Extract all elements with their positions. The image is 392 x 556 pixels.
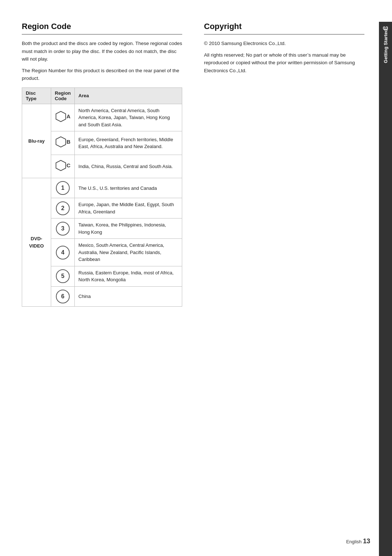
right-column: Copyright © 2010 Samsung Electronics Co.…	[197, 22, 364, 534]
region-code-title: Region Code	[22, 22, 182, 31]
section-divider-left	[22, 34, 182, 34]
region-icon-cell: C	[51, 155, 75, 178]
page-footer: English 13	[346, 537, 370, 545]
footer-page-number: 13	[363, 537, 370, 545]
circle-region-label: 1	[56, 181, 70, 195]
hex-region-label: B	[66, 138, 70, 146]
region-icon-cell: 4	[51, 239, 75, 266]
table-header-region-code: Region Code	[51, 87, 75, 104]
sidebar-label: Getting Started	[380, 22, 391, 70]
section-divider-right	[204, 34, 364, 34]
area-cell: Europe, Greenland, French territories, M…	[75, 131, 182, 155]
page-container: Region Code Both the product and the dis…	[0, 0, 392, 556]
region-icon-cell: 3	[51, 218, 75, 239]
table-row: DVD-VIDEO1The U.S., U.S. territories and…	[22, 178, 182, 198]
circle-region-label: 6	[56, 290, 70, 303]
region-icon-cell: A	[51, 104, 75, 131]
region-icon-cell: 2	[51, 198, 75, 218]
area-cell: Mexico, South America, Central America, …	[75, 239, 182, 266]
hex-region-label: A	[66, 113, 70, 121]
table-header-area: Area	[75, 87, 182, 104]
table-row: Blu-rayANorth America, Central America, …	[22, 104, 182, 131]
hex-region-label: C	[66, 162, 70, 170]
area-cell: Taiwan, Korea, the Philippines, Indonesi…	[75, 218, 182, 239]
region-code-para-2: The Region Number for this product is de…	[22, 67, 182, 82]
region-icon-cell: 1	[51, 178, 75, 198]
region-code-para-1: Both the product and the discs are coded…	[22, 40, 182, 63]
svg-marker-1	[56, 137, 66, 147]
circle-region-label: 2	[56, 201, 70, 215]
region-icon-cell: B	[51, 131, 75, 155]
circle-region-label: 3	[56, 222, 70, 236]
disc-type-dvd: DVD-VIDEO	[22, 178, 51, 307]
area-cell: The U.S., U.S. territories and Canada	[75, 178, 182, 198]
table-header-disc-type: Disc Type	[22, 87, 51, 104]
circle-region-label: 5	[56, 269, 70, 283]
circle-region-label: 4	[56, 246, 70, 259]
svg-marker-2	[56, 160, 66, 171]
area-cell: Europe, Japan, the Middle East, Egypt, S…	[75, 198, 182, 218]
region-icon-cell: 5	[51, 266, 75, 286]
footer-language: English	[346, 539, 362, 544]
svg-marker-0	[56, 111, 66, 122]
main-content: Region Code Both the product and the dis…	[0, 22, 379, 556]
copyright-line: © 2010 Samsung Electronics Co.,Ltd.	[204, 40, 364, 48]
region-icon-cell: 6	[51, 286, 75, 306]
region-table: Disc Type Region Code Area Blu-rayANorth…	[22, 87, 182, 307]
area-cell: Russia, Eastern Europe, India, most of A…	[75, 266, 182, 286]
disc-type-bluray: Blu-ray	[22, 104, 51, 178]
copyright-title: Copyright	[204, 22, 364, 31]
sidebar: 03 Getting Started	[379, 22, 392, 556]
left-column: Region Code Both the product and the dis…	[22, 22, 197, 534]
copyright-rights-text: All rights reserved; No part or whole of…	[204, 51, 364, 75]
area-cell: China	[75, 286, 182, 306]
area-cell: India, China, Russia, Central and South …	[75, 155, 182, 178]
area-cell: North America, Central America, South Am…	[75, 104, 182, 131]
